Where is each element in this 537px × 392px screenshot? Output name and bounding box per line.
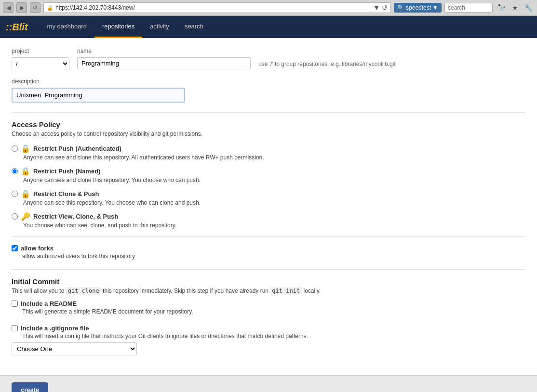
- radio-row-clone-push: 🔒 Restrict Clone & Push: [12, 189, 525, 198]
- project-label: project: [12, 48, 69, 54]
- search-engine-icon: 🔍: [397, 4, 404, 11]
- radio-desc-authenticated: Anyone can see and clone this repository…: [23, 154, 525, 161]
- browser-search-input[interactable]: [444, 3, 493, 13]
- commit-desc: This will allow you to git clone this re…: [12, 287, 525, 294]
- commit-code-2: git init: [270, 287, 302, 295]
- app-logo: ::Blit: [6, 22, 28, 33]
- initial-commit-section: Initial Commit This will allow you to gi…: [12, 277, 525, 355]
- gitignore-checkbox[interactable]: [12, 325, 18, 331]
- radio-option-view-clone-push: 🔑 Restrict View, Clone, & Push You choos…: [12, 212, 525, 229]
- radio-option-named: 🔒 Restrict Push (Named) Anyone can see a…: [12, 167, 525, 183]
- radio-option-clone-push: 🔒 Restrict Clone & Push Anyone can see t…: [12, 189, 525, 206]
- search-engine-button[interactable]: 🔍 speedtest ▼: [394, 3, 442, 13]
- description-label: description: [12, 78, 525, 85]
- address-dropdown-btn[interactable]: ▼: [373, 4, 380, 12]
- address-reload-btn[interactable]: ↺: [382, 4, 388, 12]
- radio-row-named: 🔒 Restrict Push (Named): [12, 167, 525, 176]
- radio-row-view-clone-push: 🔑 Restrict View, Clone, & Push: [12, 212, 525, 221]
- lock-icon-authenticated: 🔒: [21, 144, 30, 153]
- readme-desc: This will generate a simple README docum…: [22, 308, 525, 315]
- name-helper-text: use '/' to group repositories. e.g. libr…: [258, 61, 396, 70]
- nav-search[interactable]: search: [177, 16, 211, 38]
- gitignore-label[interactable]: Include a .gitignore file: [21, 325, 89, 332]
- radio-desc-named: Anyone can see and clone this repository…: [23, 177, 525, 183]
- allow-forks-label[interactable]: allow forks: [21, 245, 54, 252]
- key-icon-view: 🔑: [21, 212, 30, 221]
- name-field-group: name: [77, 48, 251, 69]
- project-select[interactable]: /: [12, 57, 69, 70]
- address-bar[interactable]: 🔒 https://142.4.202.70:8443/new/ ▼ ↺: [43, 2, 391, 13]
- settings-button[interactable]: 🔧: [523, 2, 534, 13]
- create-button[interactable]: create: [12, 382, 48, 392]
- allow-forks-section: allow forks allow authorized users to fo…: [12, 245, 525, 260]
- toolbar-icons: 🔭 ★ 🔧: [496, 2, 534, 13]
- radio-label-view-clone-push[interactable]: Restrict View, Clone, & Push: [33, 213, 118, 220]
- radio-option-authenticated: 🔒 Restrict Push (Authenticated) Anyone c…: [12, 144, 525, 161]
- allow-forks-desc: allow authorized users to fork this repo…: [22, 253, 525, 260]
- radio-desc-clone-push: Anyone can see this repository. You choo…: [23, 199, 525, 206]
- access-policy-section: Access Policy Choose an access policy to…: [12, 120, 525, 229]
- radio-clone-push[interactable]: [12, 191, 18, 197]
- lock-icon: 🔒: [47, 5, 54, 11]
- readme-checkbox[interactable]: [12, 301, 18, 307]
- description-input[interactable]: [12, 88, 185, 103]
- divider-2: [12, 236, 525, 237]
- forward-button[interactable]: ▶: [16, 2, 27, 13]
- nav-my-dashboard[interactable]: my dashboard: [40, 16, 94, 38]
- page-content: project / name use '/' to group reposito…: [0, 38, 537, 375]
- divider-1: [12, 112, 525, 113]
- search-section: 🔍 speedtest ▼: [394, 3, 493, 13]
- nav-activity[interactable]: activity: [142, 16, 177, 38]
- browser-chrome: ◀ ▶ ↺ 🔒 https://142.4.202.70:8443/new/ ▼…: [0, 0, 537, 16]
- lock-icon-clone: 🔒: [21, 189, 30, 198]
- readme-section: Include a README This will generate a si…: [12, 300, 525, 315]
- page-footer: create: [0, 375, 537, 392]
- gitignore-section: Include a .gitignore file This will inse…: [12, 325, 525, 355]
- divider-3: [12, 269, 525, 270]
- allow-forks-checkbox[interactable]: [12, 245, 18, 251]
- initial-commit-title: Initial Commit: [12, 277, 525, 286]
- radio-label-named[interactable]: Restrict Push (Named): [33, 168, 100, 175]
- commit-desc-after: locally.: [302, 287, 321, 294]
- lock-icon-named: 🔒: [21, 167, 30, 176]
- project-field-group: project /: [12, 48, 69, 70]
- search-engine-dropdown-icon: ▼: [432, 4, 438, 11]
- access-policy-title: Access Policy: [12, 120, 525, 129]
- logo-name: Blit: [12, 22, 27, 32]
- logo-colon: ::: [6, 22, 12, 32]
- radio-row-authenticated: 🔒 Restrict Push (Authenticated): [12, 144, 525, 153]
- address-text: https://142.4.202.70:8443/new/: [55, 4, 371, 11]
- radio-view-clone-push[interactable]: [12, 213, 18, 220]
- readme-row: Include a README: [12, 300, 525, 307]
- star-button[interactable]: ★: [509, 2, 521, 13]
- radio-desc-view-clone-push: You choose who can see, clone, and push …: [23, 222, 525, 229]
- gitignore-desc: This will insert a config file that inst…: [22, 333, 525, 340]
- gitignore-row: Include a .gitignore file: [12, 325, 525, 332]
- app-navbar: ::Blit my dashboard repositories activit…: [0, 16, 537, 38]
- name-label: name: [77, 48, 251, 54]
- commit-code-1: git clone: [66, 287, 101, 295]
- commit-desc-before: This will allow you to: [12, 287, 66, 294]
- allow-forks-row: allow forks: [12, 245, 525, 252]
- access-policy-desc: Choose an access policy to control repos…: [12, 131, 525, 137]
- radio-label-authenticated[interactable]: Restrict Push (Authenticated): [33, 145, 121, 152]
- search-engine-label: speedtest: [406, 4, 431, 11]
- name-input[interactable]: [77, 57, 251, 69]
- nav-links: my dashboard repositories activity searc…: [40, 16, 211, 38]
- gitignore-select[interactable]: Choose One Python Java Node Ruby C++ Go …: [12, 342, 137, 355]
- browser-toolbar: ◀ ▶ ↺ 🔒 https://142.4.202.70:8443/new/ ▼…: [0, 0, 537, 15]
- radio-label-clone-push[interactable]: Restrict Clone & Push: [33, 190, 99, 197]
- radio-named[interactable]: [12, 168, 18, 174]
- commit-desc-middle: this repository immediately. Skip this s…: [101, 287, 270, 294]
- back-button[interactable]: ◀: [3, 2, 13, 13]
- gitignore-select-wrapper: Choose One Python Java Node Ruby C++ Go …: [12, 342, 525, 355]
- binoculars-button[interactable]: 🔭: [496, 2, 507, 13]
- radio-authenticated[interactable]: [12, 145, 18, 152]
- readme-label[interactable]: Include a README: [21, 300, 77, 307]
- project-name-row: project / name use '/' to group reposito…: [12, 48, 525, 70]
- reload-button[interactable]: ↺: [30, 2, 40, 13]
- description-field-group: description: [12, 78, 525, 103]
- nav-repositories[interactable]: repositories: [94, 16, 142, 38]
